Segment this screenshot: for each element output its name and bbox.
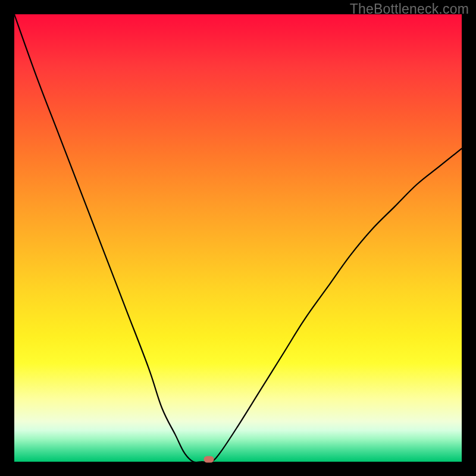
bottleneck-curve xyxy=(14,14,462,462)
watermark-text: TheBottleneck.com xyxy=(350,1,469,17)
chart-plot-area xyxy=(14,14,462,462)
optimal-point-marker xyxy=(204,456,214,463)
